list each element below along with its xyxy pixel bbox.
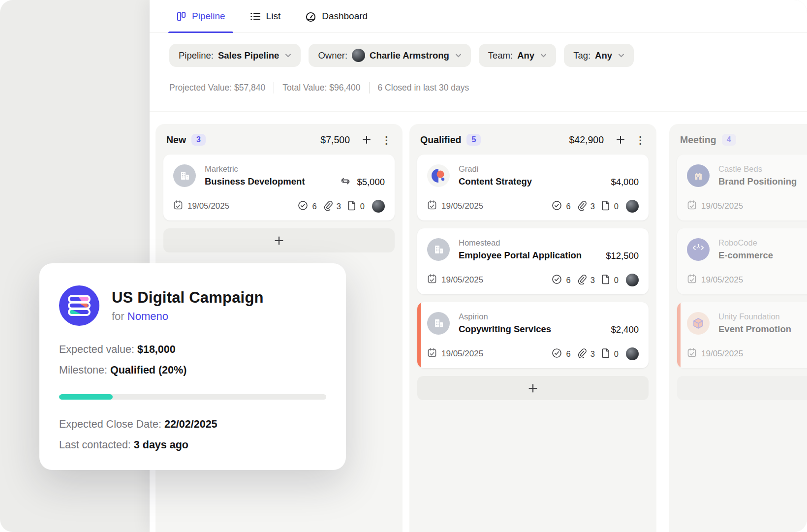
paperclip-icon — [577, 348, 587, 360]
column-count-badge: 5 — [466, 134, 481, 146]
for-label: for — [112, 310, 124, 322]
filter-label: Owner: — [318, 50, 347, 61]
column-total: $7,500 — [320, 134, 350, 146]
column-qualified: Qualified 5 $42,900 ⋮ Gradi Content St — [409, 124, 656, 532]
total-value: Total Value: $96,400 — [282, 83, 360, 93]
filter-value: Any — [517, 50, 534, 61]
due-date: 19/05/2025 — [441, 349, 483, 359]
tab-dashboard[interactable]: Dashboard — [305, 0, 368, 32]
files-count: 0 — [614, 202, 619, 211]
deal-card-marketric[interactable]: Marketric Business Development $5,000 — [163, 155, 395, 220]
gauge-icon — [305, 11, 316, 22]
company-name: RoboCode — [718, 238, 773, 248]
company-name: Castle Beds — [718, 164, 797, 174]
milestone-progress-bar — [59, 394, 326, 400]
column-menu-button[interactable]: ⋮ — [381, 135, 392, 145]
checks-count: 6 — [566, 276, 570, 285]
company-name: Homestead — [459, 238, 582, 248]
company-name: Gradi — [459, 164, 532, 174]
deal-title: Employee Portal Application — [459, 250, 582, 261]
company-name: Unity Foundation — [718, 312, 791, 321]
paperclip-icon — [577, 274, 587, 286]
filter-bar: Pipeline: Sales Pipeline Owner: Charlie … — [150, 33, 807, 67]
filter-pipeline[interactable]: Pipeline: Sales Pipeline — [169, 44, 301, 67]
deal-card-aspirion[interactable]: Aspirion Copywriting Services $2,400 19/… — [417, 302, 649, 368]
pipeline-stats: Projected Value: $57,840 Total Value: $9… — [150, 67, 807, 94]
company-name: Marketric — [205, 164, 305, 174]
paperclip-icon — [577, 200, 587, 213]
column-header: Qualified 5 $42,900 ⋮ — [409, 124, 656, 155]
client-link[interactable]: Nomeno — [127, 310, 168, 322]
column-menu-button[interactable]: ⋮ — [635, 135, 646, 145]
close-date-label: Expected Close Date: — [59, 418, 161, 430]
due-date: 19/05/2025 — [187, 201, 229, 211]
company-logo-building-icon — [173, 164, 196, 187]
close-date-row: Expected Close Date: 22/02/2025 — [59, 418, 326, 431]
add-card-tile[interactable] — [163, 228, 395, 252]
column-meeting: Meeting 4 Castle Beds Brand Positioning — [669, 124, 807, 532]
due-date: 19/05/2025 — [701, 349, 743, 359]
attachments-count: 3 — [590, 276, 595, 285]
deal-preview-popup: US Digital Campaign for Nomeno Expected … — [39, 263, 346, 470]
deal-title: E-commerce — [718, 250, 773, 261]
column-header: New 3 $7,500 ⋮ — [155, 124, 403, 155]
calendar-icon — [687, 347, 697, 360]
deal-title: Business Development — [205, 176, 305, 187]
deal-card-gradi[interactable]: Gradi Content Strategy $4,000 19/05/2025 — [417, 155, 649, 220]
view-tabbar: Pipeline List Dashboard — [150, 0, 807, 33]
attachments-count: 3 — [590, 202, 595, 211]
filter-team[interactable]: Team: Any — [479, 44, 556, 67]
add-deal-button[interactable] — [362, 135, 372, 145]
company-logo-building-icon — [427, 312, 450, 335]
filter-label: Tag: — [573, 50, 590, 61]
tab-list[interactable]: List — [250, 0, 281, 32]
checks-count: 6 — [566, 349, 570, 359]
filter-label: Pipeline: — [179, 50, 214, 61]
checks-count: 6 — [566, 202, 570, 211]
deal-card-castle-beds[interactable]: Castle Beds Brand Positioning 19/05/2025 — [677, 155, 807, 220]
last-contacted-row: Last contacted: 3 days ago — [59, 439, 326, 451]
check-circle-icon — [552, 348, 562, 360]
files-count: 0 — [360, 202, 365, 211]
calendar-icon — [427, 274, 437, 286]
expected-value: $18,000 — [137, 344, 176, 355]
deal-card-homestead[interactable]: Homestead Employee Portal Application $1… — [417, 228, 649, 294]
milestone-value: Qualified (20%) — [110, 364, 186, 376]
calendar-icon — [687, 274, 697, 286]
due-date: 19/05/2025 — [701, 275, 743, 285]
tab-pipeline[interactable]: Pipeline — [176, 0, 225, 32]
deal-card-unity-foundation[interactable]: Unity Foundation Event Promotion 19/05/2… — [677, 302, 807, 368]
column-header: Meeting 4 — [669, 124, 807, 155]
file-icon — [601, 200, 610, 213]
add-deal-button[interactable] — [616, 135, 625, 145]
attachments-count: 3 — [337, 202, 341, 211]
deal-card-robocode[interactable]: RoboCode E-commerce 19/05/2025 — [677, 228, 807, 294]
file-icon — [601, 348, 610, 360]
close-date: 22/02/2025 — [164, 418, 217, 430]
company-logo-cube-icon — [687, 312, 710, 335]
tab-label: Pipeline — [192, 11, 225, 22]
last-contacted-label: Last contacted: — [59, 439, 131, 451]
file-icon — [601, 274, 610, 286]
due-date: 19/05/2025 — [701, 201, 743, 211]
chevron-down-icon — [540, 53, 547, 58]
progress-fill — [59, 394, 113, 400]
assignee-avatar — [626, 274, 639, 286]
filter-owner[interactable]: Owner: Charlie Armstrong — [309, 44, 470, 67]
add-card-tile[interactable] — [677, 376, 807, 400]
owner-avatar — [352, 49, 365, 62]
divider — [150, 111, 807, 112]
deal-value: $4,000 — [611, 177, 639, 188]
check-circle-icon — [552, 274, 562, 286]
calendar-icon — [687, 200, 697, 213]
add-card-tile[interactable] — [417, 376, 649, 400]
company-logo-building-icon — [427, 238, 450, 261]
milestone-row: Milestone: Qualified (20%) — [59, 364, 326, 376]
kanban-icon — [176, 11, 186, 22]
tab-label: List — [266, 11, 281, 22]
check-circle-icon — [552, 200, 562, 213]
last-contacted: 3 days ago — [134, 439, 188, 451]
column-name: New — [166, 134, 186, 146]
divider — [369, 82, 370, 94]
filter-tag[interactable]: Tag: Any — [564, 44, 634, 67]
